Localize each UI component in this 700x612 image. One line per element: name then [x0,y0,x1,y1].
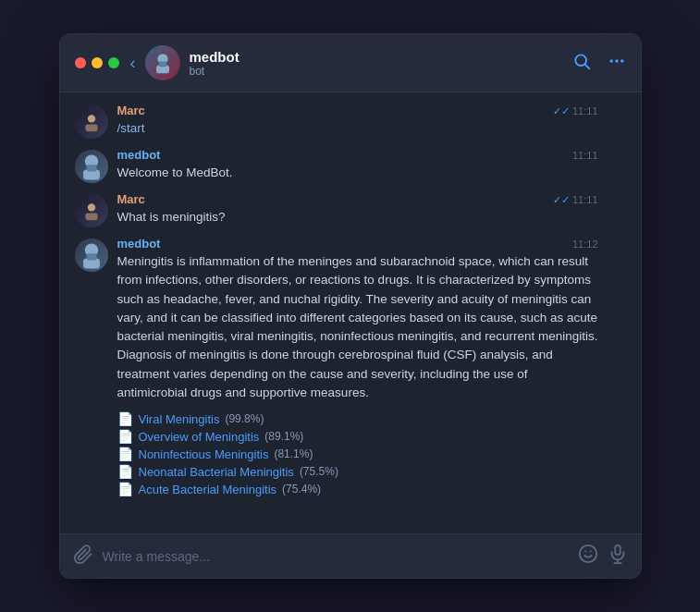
message-row: Marc ✓✓ 11:11 What is meningitis? [75,192,626,227]
avatar [75,150,108,183]
list-item: 📄 Neonatal Bacterial Meningitis (75.5%) [117,464,598,479]
message-time: 11:12 [572,239,598,250]
message-time: ✓✓ 11:11 [553,194,598,206]
message-text: /start [117,119,598,138]
document-icon: 📄 [117,429,133,444]
input-bar [60,533,641,578]
svg-line-4 [584,64,589,68]
svg-rect-9 [85,124,97,131]
message-row: Marc ✓✓ 11:11 /start [75,104,626,139]
svg-point-7 [620,59,623,62]
emoji-icon[interactable] [578,544,598,569]
bubble-content: Marc ✓✓ 11:11 /start [117,104,598,138]
sender-row: medbot 11:11 [117,148,598,162]
svg-point-13 [87,203,94,211]
title-bar: ‹ medbot bot [60,34,641,92]
message-text: Welcome to MedBot. [117,164,598,182]
message-text: Meningitis is inflammation of the mening… [117,252,598,402]
avatar [75,239,108,272]
ref-score: (81.1%) [274,447,313,460]
sender-row: medbot 11:12 [117,237,598,251]
document-icon: 📄 [117,464,133,479]
close-button[interactable] [75,57,86,68]
sender-row: Marc ✓✓ 11:11 [117,104,598,117]
more-icon[interactable] [608,52,626,75]
back-button[interactable]: ‹ [130,55,136,71]
check-icon: ✓✓ [553,105,572,116]
ref-score: (75.5%) [300,465,338,478]
avatar [75,194,108,227]
bubble-content: medbot 11:12 Meningitis is inflammation … [117,237,598,496]
list-item: 📄 Acute Bacterial Meningitis (75.4%) [117,482,598,496]
sender-name: medbot [117,148,161,162]
document-icon: 📄 [117,411,133,426]
svg-rect-14 [85,213,97,220]
sender-name: Marc [117,104,145,117]
microphone-icon[interactable] [608,544,628,569]
list-item: 📄 Noninfectious Meningitis (81.1%) [117,447,598,461]
message-time: ✓✓ 11:11 [553,105,598,117]
traffic-lights [75,57,119,68]
svg-rect-17 [86,253,96,260]
sender-name: medbot [117,237,161,251]
svg-point-18 [579,545,596,562]
svg-point-6 [615,59,618,62]
avatar [75,105,108,139]
minimize-button[interactable] [92,57,103,68]
reference-link[interactable]: Viral Meningitis [139,412,220,426]
chat-window: ‹ medbot bot [59,33,642,579]
sender-name: Marc [117,192,145,206]
bot-info: medbot bot [190,49,572,78]
ref-score: (75.4%) [282,483,321,496]
svg-rect-2 [158,62,166,67]
svg-point-5 [609,59,612,62]
reference-link[interactable]: Neonatal Bacterial Meningitis [139,465,294,479]
message-time: 11:11 [572,150,598,161]
bot-avatar [145,45,180,80]
ref-score: (99.8%) [225,412,264,425]
ref-score: (89.1%) [264,430,303,443]
sender-row: Marc ✓✓ 11:11 [117,192,598,206]
message-row: medbot 11:12 Meningitis is inflammation … [75,237,626,496]
document-icon: 📄 [117,482,133,496]
svg-rect-12 [86,165,96,171]
check-icon: ✓✓ [553,194,572,205]
list-item: 📄 Viral Meningitis (99.8%) [117,411,598,426]
reference-link[interactable]: Noninfectious Meningitis [139,447,269,461]
search-icon[interactable] [572,52,591,75]
attach-icon[interactable] [73,545,93,568]
message-row: medbot 11:11 Welcome to MedBot. [75,148,626,183]
reference-link[interactable]: Acute Bacterial Meningitis [139,483,277,496]
bot-name: medbot [190,49,572,65]
bubble-content: medbot 11:11 Welcome to MedBot. [117,148,598,182]
references-list: 📄 Viral Meningitis (99.8%) 📄 Overview of… [117,411,598,496]
reference-link[interactable]: Overview of Meningitis [139,430,260,444]
message-text: What is meningitis? [117,208,598,226]
svg-rect-21 [615,545,620,555]
header-icons [572,52,626,75]
svg-point-8 [87,115,94,122]
bot-subtitle: bot [190,65,572,78]
list-item: 📄 Overview of Meningitis (89.1%) [117,429,598,444]
messages-list: Marc ✓✓ 11:11 /start medbot [60,92,641,533]
maximize-button[interactable] [108,57,119,68]
document-icon: 📄 [117,447,133,461]
bubble-content: Marc ✓✓ 11:11 What is meningitis? [117,192,598,226]
message-input[interactable] [103,549,569,564]
